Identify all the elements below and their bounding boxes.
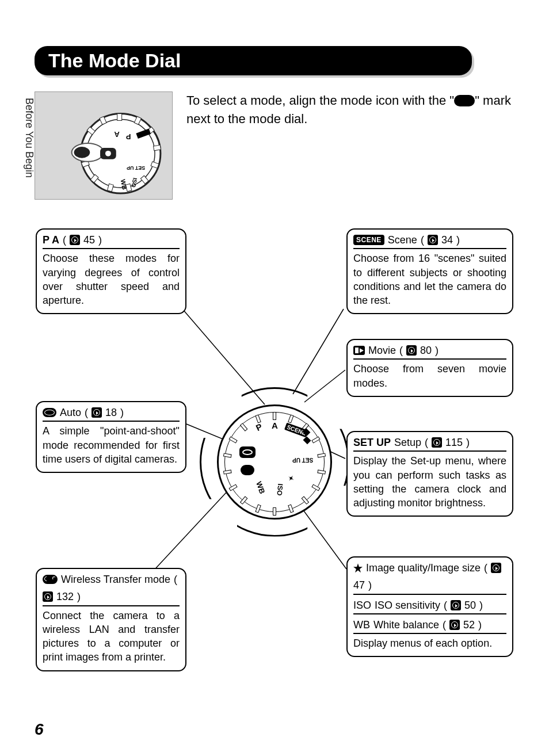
svg-rect-3	[117, 114, 122, 121]
callout-setup: SET UP Setup (115) Display the Set-up me…	[346, 431, 513, 517]
intro-text: To select a mode, align the mode icon wi…	[186, 91, 514, 200]
wb-label: White balance	[373, 618, 439, 632]
dial-label-a: A	[272, 421, 278, 430]
ref-icon	[491, 563, 501, 573]
scene-chip-icon: SCENE	[353, 235, 384, 245]
quality-icon	[353, 563, 363, 572]
pa-page: 45	[83, 233, 95, 247]
ref-icon	[92, 407, 102, 418]
wb-page: 52	[463, 618, 475, 632]
callout-quality: Image quality/Image size (47) ISO ISO se…	[346, 556, 513, 657]
ref-icon	[428, 235, 438, 245]
movie-body: Choose from seven movie modes.	[353, 362, 506, 390]
svg-line-27	[293, 309, 344, 394]
svg-point-19	[105, 151, 111, 156]
auto-body: A simple "point-and-shoot" mode recommen…	[43, 424, 180, 466]
dial-label-iso: ISO	[275, 483, 284, 496]
dial-auto-icon	[239, 446, 256, 460]
callout-pa: P A (45) Choose these modes for varying …	[36, 228, 186, 314]
ref-icon	[449, 620, 460, 630]
diagram: P A SCENE SET UP ISO WB ▀▄ ✦ P A (45) Ch…	[36, 228, 513, 677]
pa-body: Choose these modes for varying degrees o…	[43, 251, 180, 307]
auto-page: 18	[105, 406, 117, 419]
callout-movie: Movie (80) Choose from seven movie modes…	[346, 339, 513, 397]
svg-line-28	[304, 370, 345, 402]
svg-text:P: P	[125, 132, 131, 141]
svg-text:A: A	[114, 130, 119, 139]
callout-auto: Auto (18) A simple "point-and-shoot" mod…	[36, 401, 186, 473]
ref-icon	[432, 437, 442, 448]
mark-icon	[454, 95, 475, 106]
wifi-body: Connect the camera to a wireless LAN and…	[43, 609, 180, 665]
wifi-page: 132	[56, 590, 74, 604]
wifi-label: Wireless Transfer mode	[61, 572, 170, 586]
movie-page: 80	[420, 343, 432, 357]
callout-scene: SCENE Scene (34) Choose from 16 "scenes"…	[346, 228, 513, 314]
setup-body: Display the Set-up menu, where you can p…	[353, 454, 506, 510]
scene-page: 34	[441, 233, 453, 247]
intro-part1: To select a mode, align the mode icon wi…	[186, 93, 454, 108]
quality-label: Image quality/Image size	[366, 561, 481, 575]
svg-point-17	[74, 147, 90, 158]
quality-body: Display menus of each option.	[353, 636, 506, 650]
iso-page: 50	[464, 598, 476, 612]
wb-bold: WB	[353, 618, 370, 632]
iso-label: ISO sensitivity	[375, 598, 440, 612]
ref-icon	[451, 600, 461, 610]
movie-label: Movie	[368, 343, 396, 357]
ref-icon	[70, 235, 80, 245]
dial-label-setup: SET UP	[292, 457, 313, 463]
auto-label: Auto	[60, 406, 81, 419]
page-number: 6	[35, 720, 44, 739]
ref-icon	[43, 591, 53, 602]
setup-page: 115	[445, 436, 463, 449]
callout-wifi: Wireless Transfer mode (132) Connect the…	[36, 568, 186, 671]
quality-page: 47	[353, 578, 365, 592]
setup-label: Setup	[394, 436, 421, 449]
wifi-icon	[43, 575, 58, 584]
mode-dial-thumbnail: A P SET UP WB ISO	[35, 91, 173, 200]
scene-label: Scene	[388, 233, 417, 247]
setup-chip: SET UP	[353, 436, 391, 449]
auto-icon	[43, 408, 56, 417]
dial-wifi-icon	[241, 465, 254, 477]
iso-bold: ISO	[353, 598, 371, 612]
ref-icon	[406, 345, 417, 356]
svg-text:SET UP: SET UP	[127, 165, 145, 171]
scene-body: Choose from 16 "scenes" suited to differ…	[353, 251, 506, 307]
page-title: The Mode Dial	[35, 46, 472, 75]
mode-dial-illustration: P A SCENE SET UP ISO WB ▀▄ ✦	[217, 404, 332, 520]
movie-icon	[353, 346, 365, 355]
pa-label: P A	[43, 233, 59, 247]
section-label: Before You Begin	[23, 98, 35, 178]
svg-rect-13	[153, 145, 161, 151]
